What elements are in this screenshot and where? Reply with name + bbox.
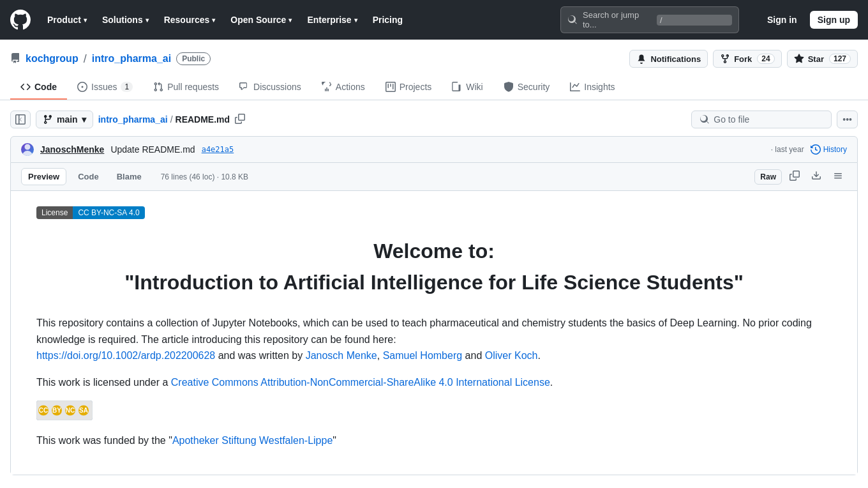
tab-issues[interactable]: Issues 1 [67,75,143,100]
copy-path-button[interactable] [232,111,248,128]
avatar [21,143,34,156]
readme-title: Welcome to: [36,240,832,263]
file-path-bar: main ▾ intro_pharma_ai / README.md Go to… [10,111,858,128]
top-nav: Product ▾ Solutions ▾ Resources ▾ Open S… [0,0,868,40]
more-options-button[interactable]: ••• [837,111,858,128]
tab-discussions[interactable]: Discussions [229,75,311,100]
raw-button[interactable]: Raw [754,169,782,185]
breadcrumb-root[interactable]: intro_pharma_ai [98,114,168,125]
blame-tab[interactable]: Blame [110,169,148,185]
security-icon [504,82,514,92]
cc-image: CC BY NC SA [36,400,832,422]
tab-insights[interactable]: Insights [560,75,625,100]
search-shortcut: / [657,15,732,26]
stiftung-link[interactable]: Apotheker Stiftung Westfalen-Lippe [172,435,333,446]
chevron-down-icon: ▾ [354,17,357,24]
chevron-down-icon: ▾ [288,17,292,24]
readme-para-1: This repository contains a collection of… [36,315,832,364]
repo-name-link[interactable]: intro_pharma_ai [92,53,171,65]
nav-item-open-source[interactable]: Open Source ▾ [224,10,298,30]
sidebar-icon [15,114,26,125]
readme-para-3: This work was funded by the "Apotheker S… [36,432,832,449]
nav-item-enterprise[interactable]: Enterprise ▾ [301,10,363,30]
notifications-button[interactable]: Notifications [629,50,708,68]
repo-sep: / [84,52,87,66]
projects-icon [385,82,396,92]
fork-count: 24 [757,54,774,64]
tab-wiki[interactable]: Wiki [442,75,493,100]
tab-pull-requests[interactable]: Pull requests [143,75,229,100]
repo-type-icon [10,53,20,65]
fork-icon [720,54,730,64]
chevron-down-icon: ▾ [146,17,149,24]
svg-text:BY: BY [52,407,61,414]
sign-in-button[interactable]: Sign in [760,11,805,29]
star-icon [794,54,804,64]
tab-actions[interactable]: Actions [311,75,375,100]
file-view: Preview Code Blame 76 lines (46 loc) · 1… [10,163,858,475]
insights-icon [570,82,580,92]
search-icon [567,15,578,25]
list-view-button[interactable] [829,168,847,185]
readme-subtitle: "Introduction to Artificial Intelligence… [36,271,832,294]
search-file-icon [700,114,710,125]
search-input[interactable]: Search or jump to... / [560,6,739,33]
path-separator: / [170,114,173,125]
pr-icon [153,82,163,92]
list-icon [833,171,843,181]
copy-icon [235,114,245,124]
star-button[interactable]: Star 127 [787,50,858,68]
sign-up-button[interactable]: Sign up [810,11,858,29]
tab-projects[interactable]: Projects [375,75,442,100]
sidebar-toggle[interactable] [10,111,31,128]
commit-message: Update README.md [110,144,195,155]
license-badge-widget: License CC BY-NC-SA 4.0 [36,206,145,219]
file-area: main ▾ intro_pharma_ai / README.md Go to… [0,100,868,485]
tab-code[interactable]: Code [10,75,67,100]
license-badge: License CC BY-NC-SA 4.0 [36,206,832,240]
preview-tab[interactable]: Preview [21,168,66,185]
nav-items: Product ▾ Solutions ▾ Resources ▾ Open S… [41,10,409,30]
nav-item-solutions[interactable]: Solutions ▾ [96,10,155,30]
go-to-file-button[interactable]: Go to file [691,111,832,128]
issues-badge: 1 [121,82,133,92]
author2-link[interactable]: Samuel Homberg [383,350,463,361]
nav-item-resources[interactable]: Resources ▾ [158,10,222,30]
file-meta: 76 lines (46 loc) · 10.8 KB [161,172,248,181]
commit-time: · last year [771,145,804,154]
chevron-down-icon: ▾ [84,17,87,24]
code-icon [20,82,31,92]
cc-license-link[interactable]: Creative Commons Attribution-NonCommerci… [171,377,550,388]
code-tab[interactable]: Code [71,169,105,185]
nav-item-pricing[interactable]: Pricing [366,10,409,30]
file-breadcrumb: intro_pharma_ai / README.md [98,111,248,128]
github-logo[interactable] [10,10,31,30]
wiki-icon [452,82,462,92]
star-count: 127 [829,54,851,64]
author1-link[interactable]: Janosch Menke [306,350,377,361]
nav-item-product[interactable]: Product ▾ [41,10,93,30]
commit-hash-link[interactable]: a4e21a5 [202,145,234,154]
avatar-image [21,143,34,156]
file-actions: Raw [754,168,847,185]
fork-button[interactable]: Fork 24 [713,50,782,68]
issues-icon [77,82,87,92]
nav-auth: Sign in Sign up [760,11,858,29]
download-icon [811,171,821,181]
cc-badge-image: CC BY NC SA [36,400,93,420]
branch-icon [43,114,53,125]
file-view-header: Preview Code Blame 76 lines (46 loc) · 1… [11,163,857,191]
readme-para-2: This work is licensed under a Creative C… [36,374,832,391]
branch-selector[interactable]: main ▾ [36,111,93,128]
doi-link[interactable]: https://doi.org/10.1002/ardp.202200628 [36,350,215,361]
repo-owner-link[interactable]: kochgroup [26,53,79,65]
download-button[interactable] [807,168,825,185]
history-button[interactable]: History [811,144,847,155]
tab-security[interactable]: Security [493,75,560,100]
copy-content-button[interactable] [786,168,804,185]
repo-header: kochgroup / intro_pharma_ai Public Notif… [0,40,868,100]
commit-author-link[interactable]: JanoschMenke [40,144,104,155]
svg-text:SA: SA [79,407,88,414]
author3-link[interactable]: Oliver Koch [485,350,538,361]
repo-tabs: Code Issues 1 Pull requests Discussions … [10,75,858,100]
